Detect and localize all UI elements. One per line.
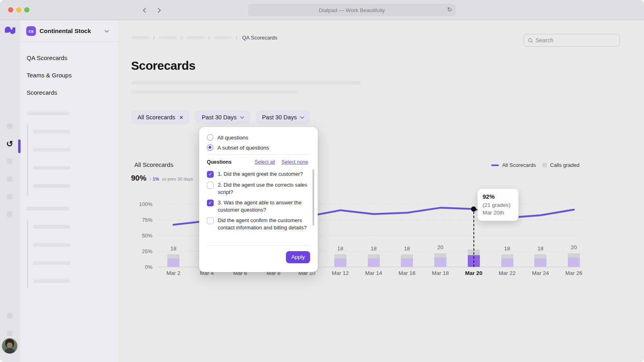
checkbox-icon[interactable] bbox=[207, 182, 214, 189]
skeleton-line bbox=[33, 130, 70, 133]
search-input[interactable]: Search bbox=[523, 34, 620, 47]
bar-calls-graded bbox=[401, 254, 413, 267]
question-label: Did the agent confirm the customers cont… bbox=[218, 217, 311, 231]
question-row[interactable]: ✓1. Did the agent greet the customer? bbox=[207, 171, 312, 178]
skeleton-tree-line bbox=[27, 219, 28, 288]
filter-all-scorecards[interactable]: All Scorecards × bbox=[131, 110, 190, 124]
page-title-text: Dialpad — Work Beautifully bbox=[319, 7, 385, 13]
forward-button[interactable] bbox=[154, 6, 162, 14]
bar-cap bbox=[334, 254, 346, 258]
radio-icon[interactable] bbox=[207, 144, 213, 151]
filter-date-range[interactable]: Past 30 Days bbox=[195, 110, 250, 124]
filter-bar: All Scorecards × Past 30 Days Past 30 Da… bbox=[131, 110, 310, 124]
bar-cap bbox=[434, 253, 446, 258]
filter-compare-range[interactable]: Past 30 Days bbox=[256, 110, 310, 124]
breadcrumb: / / / / QA Scorecards bbox=[131, 35, 277, 41]
search-placeholder: Search bbox=[536, 37, 553, 44]
select-none-link[interactable]: Select none bbox=[281, 159, 308, 165]
tooltip-value: 92% bbox=[483, 193, 513, 200]
divider bbox=[207, 154, 310, 155]
skeleton-breadcrumb-item bbox=[158, 36, 177, 39]
bar-value-label: 18 bbox=[365, 245, 383, 252]
up-arrow-icon: ↑ bbox=[149, 177, 152, 181]
questions-list: ✓1. Did the agent greet the customer?2. … bbox=[207, 171, 312, 235]
org-switcher[interactable]: cs Continental Stock bbox=[20, 20, 119, 42]
x-axis-label: Mar 22 bbox=[494, 270, 521, 276]
question-row[interactable]: ✓3. Was the agent able to answer the cus… bbox=[207, 199, 312, 213]
breadcrumb-separator: / bbox=[208, 35, 210, 41]
checkbox-icon[interactable]: ✓ bbox=[207, 200, 214, 206]
bar-fill bbox=[568, 258, 580, 267]
question-label: 2. Did the agent use the corrects sales … bbox=[218, 181, 311, 196]
x-axis-label: Mar 18 bbox=[427, 270, 454, 276]
sidebar-item-qa-scorecards[interactable]: QA Scorecards bbox=[20, 49, 119, 67]
skeleton-line bbox=[33, 225, 70, 229]
bar-fill bbox=[334, 258, 346, 267]
skeleton-breadcrumb-item bbox=[186, 36, 204, 39]
bar-fill bbox=[501, 258, 513, 267]
skeleton-tree-line bbox=[27, 124, 28, 196]
radio-label: All questions bbox=[217, 135, 248, 141]
bar-calls-graded bbox=[534, 254, 546, 267]
x-axis-label: Mar 20 bbox=[461, 270, 487, 276]
minimize-window-button[interactable] bbox=[16, 7, 21, 12]
bar-cap bbox=[501, 254, 513, 258]
bar-calls-graded bbox=[501, 254, 513, 267]
scrollbar[interactable] bbox=[313, 169, 314, 226]
rail-placeholder-icon bbox=[7, 123, 13, 129]
history-icon[interactable]: ↺ bbox=[4, 139, 15, 149]
checkbox-icon[interactable]: ✓ bbox=[207, 171, 214, 178]
bar-calls-graded bbox=[167, 254, 179, 267]
tooltip-grades: (21 grades) bbox=[483, 201, 513, 209]
zoom-window-button[interactable] bbox=[24, 7, 29, 12]
x-axis-label: Mar 2 bbox=[160, 270, 187, 276]
bar-value-label: 18 bbox=[498, 245, 516, 252]
checkbox-icon[interactable] bbox=[207, 217, 214, 224]
close-window-button[interactable] bbox=[8, 7, 13, 12]
page-title: Scorecards bbox=[131, 59, 195, 73]
sidebar-item-teams-groups[interactable]: Teams & Groups bbox=[20, 67, 119, 84]
questions-filter-popover: All questionsA subset of questions Quest… bbox=[199, 127, 318, 272]
app-window: Dialpad — Work Beautifully ↻ ↺ c bbox=[0, 0, 644, 362]
rail-placeholder-icon bbox=[7, 211, 13, 217]
radio-label: A subset of questions bbox=[217, 145, 269, 151]
radio-icon[interactable] bbox=[207, 134, 213, 141]
back-button[interactable] bbox=[141, 6, 149, 14]
questions-label: Questions bbox=[207, 159, 248, 165]
skeleton-line bbox=[33, 279, 70, 283]
select-all-link[interactable]: Select all bbox=[254, 159, 275, 165]
question-row[interactable]: Did the agent confirm the customers cont… bbox=[207, 217, 312, 231]
y-axis-label: 0% bbox=[132, 264, 152, 270]
x-axis-label: Mar 26 bbox=[561, 270, 587, 276]
chart-legend: All Scorecards Calls graded bbox=[491, 162, 579, 168]
chart-title: All Scorecards bbox=[134, 161, 173, 168]
bar-fill bbox=[534, 258, 546, 267]
y-axis-label: 25% bbox=[132, 248, 152, 254]
rail-placeholder-icon bbox=[7, 194, 13, 200]
rail-placeholder-icon bbox=[7, 158, 13, 164]
sidebar: cs Continental Stock QA ScorecardsTeams … bbox=[20, 20, 119, 362]
chevron-down-icon bbox=[105, 28, 109, 32]
tooltip-guide-line bbox=[473, 212, 474, 267]
sidebar-item-scorecards[interactable]: Scorecards bbox=[20, 84, 119, 101]
close-icon[interactable]: × bbox=[179, 114, 183, 121]
question-row[interactable]: 2. Did the agent use the corrects sales … bbox=[207, 181, 312, 196]
skeleton-line bbox=[131, 90, 298, 94]
apply-button[interactable]: Apply bbox=[286, 251, 310, 263]
chevron-down-icon bbox=[300, 115, 304, 119]
bar-calls-graded bbox=[568, 253, 580, 267]
address-bar[interactable]: Dialpad — Work Beautifully ↻ bbox=[248, 4, 456, 16]
radio-all-questions[interactable]: All questions bbox=[207, 134, 248, 141]
breadcrumb-separator: / bbox=[181, 35, 182, 41]
user-avatar[interactable] bbox=[2, 338, 18, 354]
questions-header: Questions Select all Select none bbox=[207, 159, 308, 165]
kpi-delta-value: 1% bbox=[153, 177, 159, 181]
chart-kpi: 90% ↑ 1% vs prev 30 days bbox=[131, 174, 193, 183]
chevron-down-icon bbox=[240, 115, 244, 119]
line-swatch-icon bbox=[491, 164, 499, 166]
question-label: 1. Did the agent greet the customer? bbox=[218, 171, 311, 178]
rail-placeholder-icon bbox=[7, 331, 13, 336]
reload-icon[interactable]: ↻ bbox=[447, 6, 452, 13]
skeleton-breadcrumb-item bbox=[214, 36, 232, 39]
radio-a-subset-of-questions[interactable]: A subset of questions bbox=[207, 144, 269, 151]
